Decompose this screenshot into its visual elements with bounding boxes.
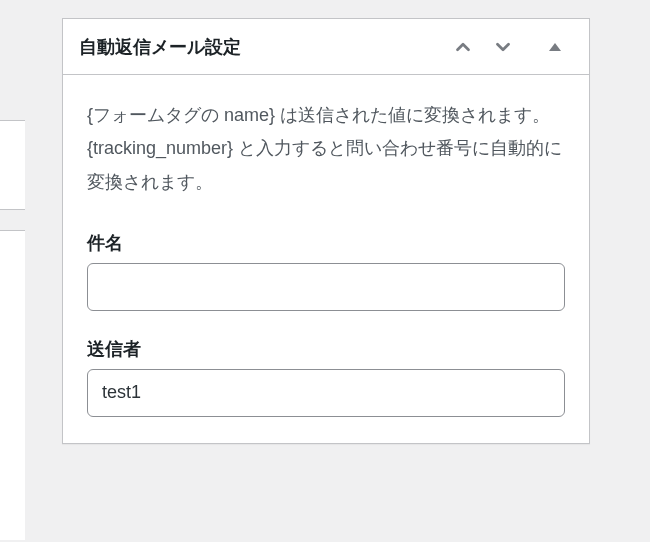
adjacent-panel-stub-2 xyxy=(0,230,25,540)
metabox-header: 自動返信メール設定 xyxy=(63,19,589,75)
subject-input[interactable] xyxy=(87,263,565,311)
move-down-button[interactable] xyxy=(483,27,523,67)
subject-label: 件名 xyxy=(87,231,565,255)
metabox-title: 自動返信メール設定 xyxy=(63,35,443,59)
panel-description: {フォームタグの name} は送信された値に変換されます。 {tracking… xyxy=(87,99,565,199)
sender-label: 送信者 xyxy=(87,337,565,361)
sender-input[interactable] xyxy=(87,369,565,417)
svg-marker-0 xyxy=(549,43,561,51)
chevron-up-icon xyxy=(452,36,474,58)
toggle-panel-button[interactable] xyxy=(535,27,575,67)
metabox-header-controls xyxy=(443,27,589,67)
adjacent-panel-stub-1 xyxy=(0,120,25,210)
triangle-up-icon xyxy=(548,40,562,54)
sender-field-group: 送信者 xyxy=(87,337,565,417)
subject-field-group: 件名 xyxy=(87,231,565,311)
metabox-body: {フォームタグの name} は送信された値に変換されます。 {tracking… xyxy=(63,75,589,417)
chevron-down-icon xyxy=(492,36,514,58)
move-up-button[interactable] xyxy=(443,27,483,67)
auto-reply-mail-metabox: 自動返信メール設定 {フォームタグの name} は送信された値に変換されます。… xyxy=(62,18,590,444)
